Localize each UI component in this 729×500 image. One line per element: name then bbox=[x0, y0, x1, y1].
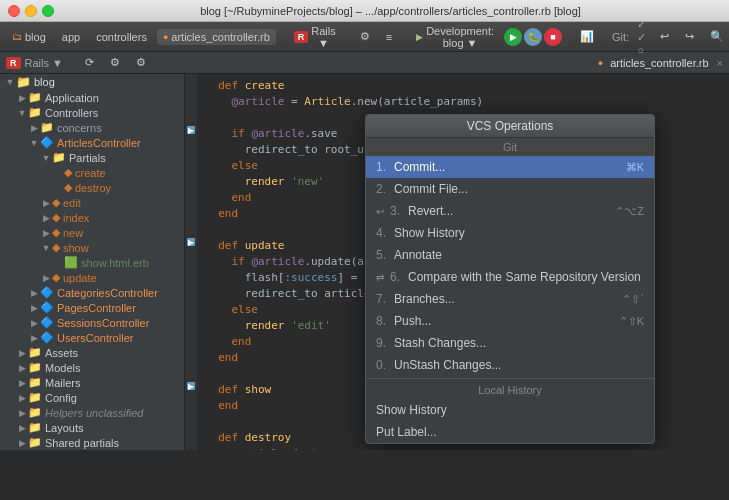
vcs-item-show-history[interactable]: 4. Show History bbox=[366, 222, 654, 244]
controllers-button[interactable]: controllers bbox=[90, 29, 153, 45]
gear-button[interactable]: ⚙ bbox=[130, 54, 152, 71]
application-folder-icon: 📁 bbox=[28, 91, 42, 104]
bookmark-3 bbox=[185, 106, 197, 122]
index-icon: ◆ bbox=[52, 211, 60, 224]
bookmark-9 bbox=[185, 202, 197, 218]
dev-config-button[interactable]: ▶ Development: blog ▼ bbox=[410, 23, 500, 51]
application-label: Application bbox=[45, 92, 99, 104]
sidebar-item-sessions[interactable]: ▶ 🔷 SessionsController bbox=[0, 315, 184, 330]
refresh-button[interactable]: ⟳ bbox=[79, 54, 100, 71]
stop-button[interactable]: ■ bbox=[544, 28, 562, 46]
vcs-item-revert[interactable]: ↩ 3. Revert... ⌃⌥Z bbox=[366, 200, 654, 222]
assets-label: Assets bbox=[45, 347, 78, 359]
arrow-controllers: ▼ bbox=[16, 108, 28, 118]
sidebar-item-controllers[interactable]: ▼ 📁 Controllers bbox=[0, 105, 184, 120]
editor-area[interactable]: ▶ ▶ ▶ bbox=[185, 74, 729, 450]
minimize-button[interactable] bbox=[25, 5, 37, 17]
vcs-num-2: 2. bbox=[376, 182, 388, 196]
close-button[interactable] bbox=[8, 5, 20, 17]
search-button[interactable]: 🔍 bbox=[704, 28, 729, 45]
app-button[interactable]: app bbox=[56, 29, 86, 45]
sidebar-item-index[interactable]: ▶ ◆ index bbox=[0, 210, 184, 225]
maximize-button[interactable] bbox=[42, 5, 54, 17]
run-button[interactable]: ▶ bbox=[504, 28, 522, 46]
concerns-label: concerns bbox=[57, 122, 102, 134]
file-tab-button[interactable]: ● articles_controller.rb bbox=[157, 29, 276, 45]
bookmark-15 bbox=[185, 298, 197, 314]
coverage-button[interactable]: 📊 bbox=[574, 28, 600, 45]
vcs-label-local-history: Show History bbox=[376, 403, 447, 417]
vcs-item-commit[interactable]: 1. Commit... ⌘K bbox=[366, 156, 654, 178]
vcs-item-put-label[interactable]: Put Label... bbox=[366, 421, 654, 443]
sidebar-item-users[interactable]: ▶ 🔷 UsersController bbox=[0, 330, 184, 345]
vcs-label-branches: Branches... bbox=[394, 292, 455, 306]
users-icon: 🔷 bbox=[40, 331, 54, 344]
edit-icon: ◆ bbox=[52, 196, 60, 209]
index-label: index bbox=[63, 212, 89, 224]
sidebar-item-show[interactable]: ▼ ◆ show bbox=[0, 240, 184, 255]
sidebar-item-application[interactable]: ▶ 📁 Application bbox=[0, 90, 184, 105]
articles-controller-label: ArticlesController bbox=[57, 137, 141, 149]
vcs-item-compare[interactable]: ⇄ 6. Compare with the Same Repository Ve… bbox=[366, 266, 654, 288]
sidebar-item-edit[interactable]: ▶ ◆ edit bbox=[0, 195, 184, 210]
bookmark-7 bbox=[185, 170, 197, 186]
controllers-label: Controllers bbox=[45, 107, 98, 119]
project-button[interactable]: 🗂 blog bbox=[6, 29, 52, 45]
sidebar-item-config[interactable]: ▶ 📁 Config bbox=[0, 390, 184, 405]
edit-label: edit bbox=[63, 197, 81, 209]
vcs-num-6: 6. bbox=[390, 270, 402, 284]
sidebar-item-pages[interactable]: ▶ 🔷 PagesController bbox=[0, 300, 184, 315]
sidebar-item-concerns[interactable]: ▶ 📁 concerns bbox=[0, 120, 184, 135]
run-controls: ▶ 🐛 ■ bbox=[504, 28, 562, 46]
sidebar-item-mailers[interactable]: ▶ 📁 Mailers bbox=[0, 375, 184, 390]
bookmark-6 bbox=[185, 154, 197, 170]
sidebar-item-models[interactable]: ▶ 📁 Models bbox=[0, 360, 184, 375]
vcs-item-branches[interactable]: 7. Branches... ⌃⇧` bbox=[366, 288, 654, 310]
debug-button[interactable]: 🐛 bbox=[524, 28, 542, 46]
editor-tab-label[interactable]: articles_controller.rb bbox=[610, 57, 708, 69]
new-label: new bbox=[63, 227, 83, 239]
close-tab-icon[interactable]: × bbox=[717, 57, 723, 69]
sidebar-item-articles-controller[interactable]: ▼ 🔷 ArticlesController bbox=[0, 135, 184, 150]
settings-button[interactable]: ⚙ bbox=[354, 28, 376, 45]
categories-icon: 🔷 bbox=[40, 286, 54, 299]
undo-button[interactable]: ↩ bbox=[654, 28, 675, 45]
sidebar-item-categories[interactable]: ▶ 🔷 CategoriesController bbox=[0, 285, 184, 300]
vcs-item-local-history[interactable]: Show History bbox=[366, 399, 654, 421]
show-erb-label: show.html.erb bbox=[81, 257, 149, 269]
arrow-edit: ▶ bbox=[40, 198, 52, 208]
arrow-config: ▶ bbox=[16, 393, 28, 403]
sidebar-item-update[interactable]: ▶ ◆ update bbox=[0, 270, 184, 285]
sidebar-item-shared[interactable]: ▶ 📁 Shared partials bbox=[0, 435, 184, 450]
vcs-item-annotate[interactable]: 5. Annotate bbox=[366, 244, 654, 266]
sidebar-item-show-erb[interactable]: 🟩 show.html.erb bbox=[0, 255, 184, 270]
sidebar-item-helpers[interactable]: ▶ 📁 Helpers unclassified bbox=[0, 405, 184, 420]
redo-button[interactable]: ↪ bbox=[679, 28, 700, 45]
assets-icon: 📁 bbox=[28, 346, 42, 359]
vcs-item-push[interactable]: 8. Push... ⌃⇧K bbox=[366, 310, 654, 332]
build-button[interactable]: ≡ bbox=[380, 29, 398, 45]
vcs-popup[interactable]: VCS Operations Git 1. Commit... ⌘K 2. Co… bbox=[365, 114, 655, 444]
sidebar-item-layouts[interactable]: ▶ 📁 Layouts bbox=[0, 420, 184, 435]
sidebar-item-new[interactable]: ▶ ◆ new bbox=[0, 225, 184, 240]
arrow-blog: ▼ bbox=[4, 77, 16, 87]
rails-button[interactable]: R Rails ▼ bbox=[288, 23, 342, 51]
bookmark-16 bbox=[185, 314, 197, 330]
vcs-item-stash[interactable]: 9. Stash Changes... bbox=[366, 332, 654, 354]
sidebar-item-create[interactable]: ◆ create bbox=[0, 165, 184, 180]
vcs-item-commit-file[interactable]: 2. Commit File... bbox=[366, 178, 654, 200]
vcs-compare-icon: ⇄ bbox=[376, 272, 384, 283]
sidebar-item-assets[interactable]: ▶ 📁 Assets bbox=[0, 345, 184, 360]
arrow-helpers: ▶ bbox=[16, 408, 28, 418]
sidebar-item-blog[interactable]: ▼ 📁 blog bbox=[0, 74, 184, 90]
pages-label: PagesController bbox=[57, 302, 136, 314]
vcs-label-revert: Revert... bbox=[408, 204, 453, 218]
main-layout: ▼ 📁 blog ▶ 📁 Application ▼ 📁 Controllers… bbox=[0, 74, 729, 450]
vcs-label-commit-file: Commit File... bbox=[394, 182, 468, 196]
sidebar-item-partials[interactable]: ▼ 📁 Partials bbox=[0, 150, 184, 165]
vcs-item-unstash[interactable]: 0. UnStash Changes... bbox=[366, 354, 654, 376]
settings2-button[interactable]: ⚙ bbox=[104, 54, 126, 71]
show-label: show bbox=[63, 242, 89, 254]
partials-label: Partials bbox=[69, 152, 106, 164]
sidebar-item-destroy[interactable]: ◆ destroy bbox=[0, 180, 184, 195]
